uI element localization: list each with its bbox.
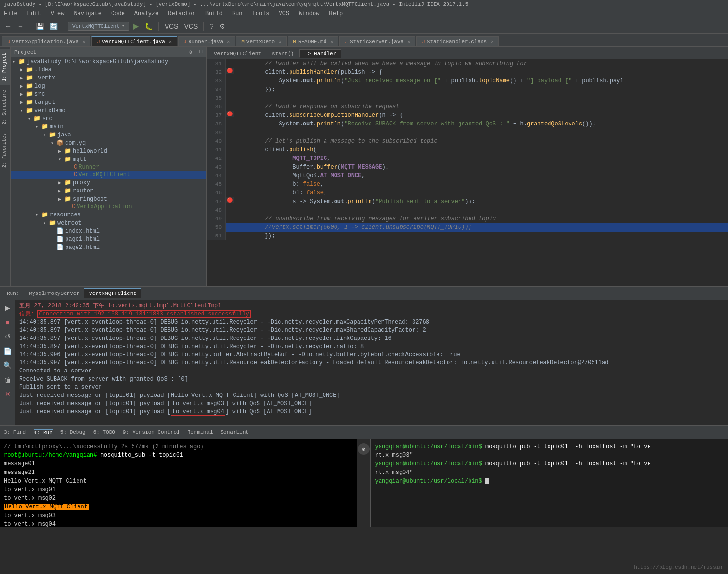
filetab-vertxapplication[interactable]: J VertxApplication.java ✕ [2, 36, 90, 46]
close-icon-3[interactable]: ✕ [227, 39, 230, 45]
vtab-structure[interactable]: 2: Structure [0, 86, 10, 128]
debug-btn[interactable]: 🐛 [143, 22, 155, 31]
save-btn[interactable]: 💾 [34, 22, 46, 31]
bottom-tab-vertxmqtt[interactable]: VertxMQTTClient [84, 288, 141, 298]
filetab-runner[interactable]: J Runner.java ✕ [178, 36, 235, 46]
tree-java8study[interactable]: ▾ 📁 java8study D:\E\workspaceGitub\java8… [11, 57, 206, 66]
filetab-readme[interactable]: M README.md ✕ [288, 36, 338, 46]
folder-icon-src: 📁 [26, 90, 33, 98]
run-stop-btn[interactable]: ■ [2, 316, 13, 328]
gear-icon[interactable]: ⚙ [358, 443, 370, 455]
tree-label-vertxapplication: VertxApplication [77, 203, 132, 210]
filetab-staticserver[interactable]: J StaticServer.java ✕ [339, 36, 415, 46]
term-left-line-0: // tmp\mqttproxy\...\successfully 2s 577… [4, 442, 353, 451]
tab-handler[interactable]: -> Handler [299, 49, 341, 58]
folder-icon-vertxdemo: 📁 [26, 107, 33, 114]
menu-item-tools[interactable]: Tools [250, 10, 271, 18]
run-btn[interactable]: ▶ [131, 21, 141, 32]
tree-target[interactable]: ▶ 📁 target [11, 98, 206, 106]
back-btn[interactable]: ← [3, 22, 13, 31]
menu-item-refactor[interactable]: Refactor [166, 10, 198, 18]
titlebar-text: java8study - [D:\E\workspaceGitub\java8s… [4, 1, 468, 7]
tree-log[interactable]: ▶ 📁 log [11, 82, 206, 90]
tree-page2[interactable]: 📄 page2.html [11, 243, 206, 251]
menu-item-vcs[interactable]: VCS [277, 10, 291, 18]
run-rerun-btn[interactable]: ↺ [2, 331, 13, 342]
tab-start[interactable]: start() [267, 49, 299, 58]
tree-vertx[interactable]: ▶ 📁 .vertx [11, 74, 206, 82]
terminal-left: // tmp\mqttproxy\...\successfully 2s 577… [0, 439, 357, 527]
menu-item-code[interactable]: Code [109, 10, 127, 18]
close-icon-7[interactable]: ✕ [491, 39, 493, 45]
vcs-btn[interactable]: VCS [163, 22, 180, 31]
tree-vertxdemo[interactable]: ▾ 📁 vertxDemo [11, 106, 206, 114]
tree-resources[interactable]: ▾ 📁 resources [11, 211, 206, 219]
tree-vertxmqttclient[interactable]: C VertxMQTTClient [11, 171, 206, 179]
menu-item-build[interactable]: Build [203, 10, 224, 18]
cmd-r3: mosquitto_pub -t topic01 -h localhost -m… [485, 461, 651, 467]
menu-item-run[interactable]: Run [230, 10, 245, 18]
folder-icon-proxy: 📁 [64, 179, 71, 186]
tree-springboot[interactable]: ▶ 📁 springboot [11, 195, 206, 203]
menu-item-file[interactable]: File [2, 10, 20, 18]
run-play-btn[interactable]: ▶ [2, 302, 13, 314]
tree-mqtt[interactable]: ▾ 📁 mqtt [11, 155, 206, 163]
strip-debug[interactable]: 5: Debug [60, 429, 86, 435]
tree-idea[interactable]: ▶ 📁 .idea [11, 66, 206, 74]
bottom-tab-mysql[interactable]: MysqlProxyServer [24, 288, 84, 298]
tree-comyq[interactable]: ▾ 📦 com.yq [11, 139, 206, 147]
close-icon-4[interactable]: ✕ [279, 39, 281, 45]
menu-item-navigate[interactable]: Navigate [72, 10, 103, 18]
tree-router[interactable]: ▶ 📁 router [11, 187, 206, 195]
run-trash-btn[interactable]: 🗑 [2, 374, 13, 385]
close-icon-5[interactable]: ✕ [330, 39, 333, 45]
filetab-vertxmqttclient[interactable]: J VertxMQTTClient.java ✕ [91, 36, 177, 46]
tree-src2[interactable]: ▾ 📁 src [11, 114, 206, 123]
vcs2-btn[interactable]: VCS [182, 22, 200, 31]
tab-vertxmqttclient[interactable]: VertxMQTTClient [209, 49, 267, 58]
tree-index[interactable]: 📄 index.html [11, 227, 206, 235]
help-btn[interactable]: ? [208, 22, 215, 31]
sync-btn[interactable]: 🔄 [48, 22, 60, 31]
run-config[interactable]: VertxMQTTClient ▾ [68, 22, 129, 31]
menu-item-help[interactable]: Help [327, 10, 345, 18]
filetab-vertxdemo[interactable]: M vertxDemo ✕ [236, 36, 287, 46]
strip-run[interactable]: 4: Run [34, 429, 53, 436]
menu-item-analyze[interactable]: Analyze [133, 10, 160, 18]
strip-sonar[interactable]: SonarLint [221, 429, 249, 435]
tree-page1[interactable]: 📄 page1.html [11, 235, 206, 243]
vtab-favorites[interactable]: 2: Favorites [0, 129, 10, 171]
close-icon-1[interactable]: ✕ [82, 39, 85, 45]
close-icon-2[interactable]: ✕ [169, 39, 172, 45]
filetab-statichandler[interactable]: J StaticHandler.class ✕ [416, 36, 499, 46]
bottom-tab-run[interactable]: Run: [2, 288, 24, 298]
tree-proxy[interactable]: ▶ 📁 proxy [11, 179, 206, 187]
strip-find[interactable]: 3: Find [4, 429, 26, 435]
code-line-31: 31 // handler will be called when we hav… [207, 59, 728, 68]
sidebar-settings-btn[interactable]: ⚙ [189, 49, 192, 55]
run-scroll-btn[interactable]: 📄 [2, 345, 13, 357]
strip-vcs[interactable]: 9: Version Control [123, 429, 180, 435]
tree-vertxapplication[interactable]: C VertxApplication [11, 203, 206, 211]
close-icon-6[interactable]: ✕ [407, 39, 410, 45]
arrow-target: ▶ [20, 100, 26, 105]
tree-src[interactable]: ▶ 📁 src [11, 90, 206, 98]
strip-todo[interactable]: 6: TODO [93, 429, 115, 435]
tree-helloworld[interactable]: ▶ 📁 helloworld [11, 147, 206, 155]
run-pin-btn[interactable]: ✕ [2, 388, 13, 400]
forward-btn[interactable]: → [15, 22, 26, 31]
tree-main[interactable]: ▾ 📁 main [11, 123, 206, 131]
settings-btn[interactable]: ⚙ [217, 22, 227, 31]
code-line-43: 43 Buffer.buffer(MQTT_MESSAGE), [207, 163, 728, 171]
tree-java[interactable]: ▾ 📁 java [11, 131, 206, 139]
menu-item-edit[interactable]: Edit [25, 10, 43, 18]
sidebar-expand-btn[interactable]: □ [199, 49, 202, 55]
menu-item-view[interactable]: View [49, 10, 67, 18]
vtab-project[interactable]: 1: Project [0, 49, 10, 85]
strip-terminal[interactable]: Terminal [188, 429, 213, 435]
tree-runner[interactable]: C Runner [11, 163, 206, 171]
sidebar-close-btn[interactable]: — [194, 49, 198, 55]
tree-webroot[interactable]: ▾ 📁 webroot [11, 219, 206, 227]
menu-item-window[interactable]: Window [297, 10, 321, 18]
run-filter-btn[interactable]: 🔍 [2, 360, 13, 371]
